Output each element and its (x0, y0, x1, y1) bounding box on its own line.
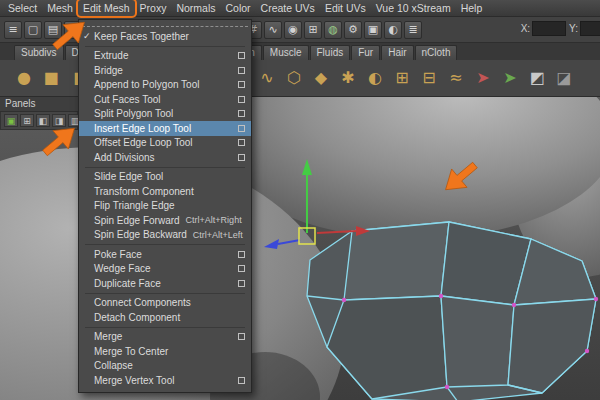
option-box-icon[interactable] (238, 81, 245, 88)
combine-icon[interactable]: ⊞ (390, 65, 414, 91)
menu-item[interactable]: Connect Components (79, 296, 251, 311)
menubar-item[interactable]: Mesh (42, 0, 78, 16)
menu-item[interactable]: Spin Edge Backward Ctrl+Alt+Left (79, 228, 251, 243)
render-settings-icon[interactable]: ≣ (404, 21, 422, 39)
snap-point-icon[interactable]: ◉ (284, 21, 302, 39)
menu-item[interactable]: Merge (79, 330, 251, 345)
menu-item[interactable]: Split Polygon Tool (79, 107, 251, 122)
x-coordinate-input[interactable] (532, 21, 566, 36)
menu-item[interactable]: Merge Vertex Tool (79, 373, 251, 388)
menubar-item[interactable]: Create UVs (256, 0, 320, 16)
history-toggle-icon[interactable]: ⚙ (344, 21, 362, 39)
shelf-tab[interactable]: Fluids (310, 45, 351, 60)
right-split-layout-icon[interactable]: ◨ (52, 114, 66, 127)
poly-cube-icon[interactable]: ■ (39, 65, 63, 91)
menubar-item[interactable]: Edit Mesh (78, 0, 135, 16)
menu-item[interactable]: Collapse (79, 359, 251, 374)
platonic-solid-icon[interactable]: ◆ (309, 65, 333, 91)
option-box-icon[interactable] (238, 139, 245, 146)
menu-item[interactable]: Spin Edge Forward Ctrl+Alt+Right (79, 213, 251, 228)
menu-item[interactable]: ✓ Keep Faces Together (79, 29, 251, 44)
new-scene-icon[interactable]: ▢ (24, 21, 42, 39)
shelf-tab[interactable]: Fur (351, 45, 380, 60)
menu-item[interactable]: Bridge (79, 63, 251, 78)
menu-item-label: Collapse (94, 360, 133, 371)
poly-soccerball-icon[interactable]: ⬡ (282, 65, 306, 91)
menu-tearoff-handle[interactable] (82, 22, 248, 27)
menubar-item[interactable]: Normals (171, 0, 220, 16)
ipr-render-icon[interactable]: ◐ (384, 21, 402, 39)
left-split-layout-icon[interactable]: ◧ (36, 114, 50, 127)
menu-item-label: Spin Edge Forward (94, 215, 180, 226)
option-box-icon[interactable] (238, 110, 245, 117)
menubar-item[interactable]: Proxy (135, 0, 172, 16)
option-box-icon[interactable] (238, 125, 245, 132)
shelf-tab[interactable]: Subdivs (14, 45, 64, 60)
poly-sphere-icon[interactable]: ● (12, 65, 36, 91)
menubar-item[interactable]: Vue 10 xStream (371, 0, 456, 16)
menu-item[interactable]: Cut Faces Tool (79, 92, 251, 107)
menu-item[interactable]: Merge To Center (79, 344, 251, 359)
option-box-icon[interactable] (238, 265, 245, 272)
menubar-item[interactable]: Edit UVs (320, 0, 371, 16)
menu-item-label: Merge Vertex Tool (94, 375, 174, 386)
menu-item[interactable]: Append to Polygon Tool (79, 78, 251, 93)
option-box-icon[interactable] (238, 96, 245, 103)
menu-item-label: Split Polygon Tool (94, 108, 173, 119)
checker-sphere-icon[interactable]: ◩ (525, 65, 549, 91)
open-scene-icon[interactable]: ▤ (44, 21, 62, 39)
option-box-icon[interactable] (238, 377, 245, 384)
menu-separator (85, 46, 245, 47)
option-box-icon[interactable] (238, 280, 245, 287)
menu-item[interactable]: Poke Face (79, 247, 251, 262)
y-coordinate-input[interactable] (580, 21, 600, 36)
option-box-icon[interactable] (238, 333, 245, 340)
green-axis-icon[interactable]: ➤ (498, 65, 522, 91)
checker-sphere-alt-icon[interactable]: ◪ (552, 65, 576, 91)
option-box-icon[interactable] (238, 52, 245, 59)
poly-helix-icon[interactable]: ∿ (255, 65, 279, 91)
menu-item[interactable]: Slide Edge Tool (79, 170, 251, 185)
viewport-panels-menu[interactable]: Panels (0, 97, 78, 112)
menubar-item[interactable]: Color (221, 0, 256, 16)
menu-item[interactable]: Insert Edge Loop Tool (79, 121, 251, 136)
render-icon[interactable]: ▣ (364, 21, 382, 39)
menu-item-label: Spin Edge Backward (94, 229, 187, 240)
polygon-mesh[interactable] (307, 222, 596, 400)
mirror-geometry-icon[interactable]: ◐ (363, 65, 387, 91)
option-box-icon[interactable] (238, 154, 245, 161)
menu-item-label: Offset Edge Loop Tool (94, 137, 193, 148)
menu-item[interactable]: Wedge Face (79, 262, 251, 277)
menu-item-label: Merge (94, 331, 122, 342)
menubar-item[interactable]: Help (456, 0, 488, 16)
menu-item-label: Flip Triangle Edge (94, 200, 175, 211)
menu-item[interactable]: Detach Component (79, 310, 251, 325)
sculpt-tool-icon[interactable]: ✱ (336, 65, 360, 91)
make-live-icon[interactable]: ◍ (324, 21, 342, 39)
snap-plane-icon[interactable]: ⊞ (304, 21, 322, 39)
shelf-tab[interactable]: nCloth (415, 45, 458, 60)
shelf-tab[interactable]: Muscle (263, 45, 309, 60)
menu-item[interactable]: Extrude (79, 49, 251, 64)
menu-item[interactable]: Transform Component (79, 184, 251, 199)
snap-curve-icon[interactable]: ∿ (264, 21, 282, 39)
menu-item-label: Detach Component (94, 312, 180, 323)
menu-item-label: Add Divisions (94, 152, 155, 163)
single-pane-layout-icon[interactable]: ▣ (4, 114, 18, 127)
menu-item-shortcut: Ctrl+Alt+Right (186, 215, 242, 225)
shelf-tab[interactable]: Hair (381, 45, 413, 60)
coordinate-fields: X: Y: (521, 21, 600, 36)
four-pane-layout-icon[interactable]: ⊞ (20, 114, 34, 127)
separate-icon[interactable]: ⊟ (417, 65, 441, 91)
menubar-item[interactable]: Select (3, 0, 42, 16)
red-axis-icon[interactable]: ➤ (471, 65, 495, 91)
option-box-icon[interactable] (238, 67, 245, 74)
option-box-icon[interactable] (238, 251, 245, 258)
smooth-icon[interactable]: ≈ (444, 65, 468, 91)
menu-item[interactable]: Duplicate Face (79, 276, 251, 291)
menu-item[interactable]: Flip Triangle Edge (79, 199, 251, 214)
menu-item[interactable]: Add Divisions (79, 150, 251, 165)
menu-item[interactable]: Offset Edge Loop Tool (79, 136, 251, 151)
menu-toggle-icon[interactable]: ≡ (4, 21, 22, 39)
menu-item-label: Extrude (94, 50, 128, 61)
